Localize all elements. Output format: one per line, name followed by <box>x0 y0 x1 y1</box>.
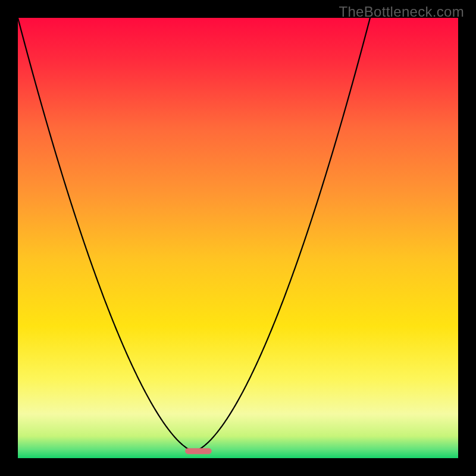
chart-frame: TheBottleneck.com <box>0 0 476 476</box>
sweet-spot-bar <box>185 448 211 454</box>
bottleneck-plot <box>0 0 476 476</box>
plot-background <box>18 18 458 458</box>
watermark: TheBottleneck.com <box>339 4 464 20</box>
